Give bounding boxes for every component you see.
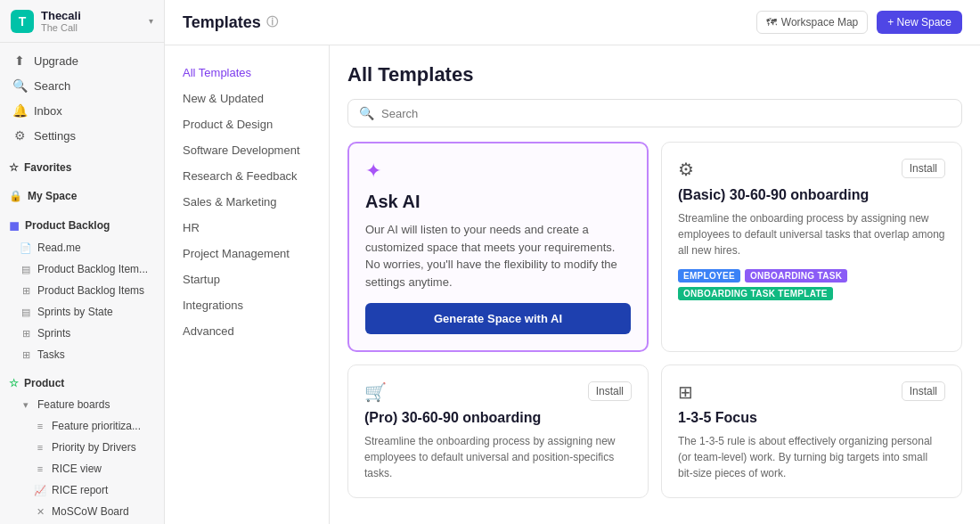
135-focus-description: The 1-3-5 rule is about effectively orga… <box>678 433 945 481</box>
new-space-label: + New Space <box>887 16 951 29</box>
card-top-pro: 🛒 Install <box>364 381 632 403</box>
search-bar-icon: 🔍 <box>359 106 374 120</box>
favorites-header[interactable]: ☆ Favorites <box>0 157 164 178</box>
tag-employee: EMPLOYEE <box>678 269 740 282</box>
rice-view-icon: ≡ <box>34 463 46 475</box>
sidebar-item-readme[interactable]: 📄 Read.me <box>0 237 164 258</box>
pro-onboarding-description: Streamline the onboarding process by ass… <box>364 433 632 481</box>
card-top-135: ⊞ Install <box>678 381 945 403</box>
sidebar-item-rice-report[interactable]: 📈 RICE report <box>0 479 164 501</box>
rice-view-label: RICE view <box>52 463 102 475</box>
category-research-feedback[interactable]: Research & Feedback <box>165 163 329 189</box>
sidebar-item-sprints[interactable]: ⊞ Sprints <box>0 323 164 344</box>
sidebar-item-pbi-items[interactable]: ⊞ Product Backlog Items <box>0 280 164 301</box>
basic-onboarding-description: Streamline the onboarding process by ass… <box>678 210 945 258</box>
search-input[interactable] <box>381 107 951 120</box>
moscow-board-icon: ✕ <box>34 505 46 518</box>
ai-template-card: ✦ Ask AI Our AI will listen to your need… <box>347 142 649 352</box>
sidebar-item-upgrade[interactable]: ⬆ Upgrade <box>0 48 164 73</box>
topbar: Templates ⓘ 🗺 Workspace Map + New Space <box>165 0 980 45</box>
org-name: Thecali <box>41 9 81 22</box>
sidebar-item-priority-drivers[interactable]: ≡ Priority by Drivers <box>0 437 164 458</box>
sidebar-item-sprints-state[interactable]: ▤ Sprints by State <box>0 301 164 323</box>
install-basic-onboarding-button[interactable]: Install <box>902 159 945 178</box>
product-section: ☆ Product ▾ Feature boards ≡ Feature pri… <box>0 369 164 524</box>
sprints-label: Sprints <box>37 327 70 340</box>
install-135-focus-button[interactable]: Install <box>902 381 945 401</box>
org-header[interactable]: T Thecali The Call ▾ <box>0 0 164 43</box>
sidebar-item-feature-boards[interactable]: ▾ Feature boards <box>0 394 164 415</box>
search-icon: 🔍 <box>12 78 27 93</box>
ai-sparkle-icon: ✦ <box>365 160 631 183</box>
workspace-map-label: Workspace Map <box>781 16 858 29</box>
org-logo: T <box>11 10 34 33</box>
feature-boards-label: Feature boards <box>37 398 110 411</box>
card-top: ⚙ Install <box>678 159 945 180</box>
topbar-actions: 🗺 Workspace Map + New Space <box>756 11 962 34</box>
pbi-item-icon: ▤ <box>20 263 32 275</box>
pro-onboarding-title: (Pro) 30-60-90 onboarding <box>364 410 632 426</box>
priority-drivers-label: Priority by Drivers <box>52 441 136 454</box>
main-area: Templates ⓘ 🗺 Workspace Map + New Space … <box>165 0 980 524</box>
pbi-items-icon: ⊞ <box>20 284 32 297</box>
template-card-135-focus: ⊞ Install 1-3-5 Focus The 1-3-5 rule is … <box>661 364 962 498</box>
sidebar-item-moscow-board[interactable]: ✕ MoSCoW Board <box>0 501 164 522</box>
category-project-mgmt[interactable]: Project Management <box>165 241 329 266</box>
workspace-map-button[interactable]: 🗺 Workspace Map <box>756 11 868 34</box>
sidebar-item-settings[interactable]: ⚙ Settings <box>0 123 164 148</box>
favorites-label: Favorites <box>24 161 71 174</box>
sidebar-item-inbox[interactable]: 🔔 Inbox <box>0 98 164 123</box>
tasks-icon: ⊞ <box>20 348 32 361</box>
sidebar-nav: ⬆ Upgrade 🔍 Search 🔔 Inbox ⚙ Settings <box>0 43 164 153</box>
sidebar-item-settings-label: Settings <box>34 129 76 143</box>
sprints-state-icon: ▤ <box>20 306 32 318</box>
title-info-icon: ⓘ <box>266 14 278 30</box>
sidebar-item-pbi-item[interactable]: ▤ Product Backlog Item... <box>0 258 164 280</box>
category-sales-marketing[interactable]: Sales & Marketing <box>165 189 329 215</box>
category-integrations[interactable]: Integrations <box>165 292 329 318</box>
category-software-dev[interactable]: Software Development <box>165 137 329 163</box>
moscow-board-label: MoSCoW Board <box>52 505 129 518</box>
favorites-section: ☆ Favorites <box>0 153 164 182</box>
org-info: Thecali The Call <box>41 9 81 33</box>
product-backlog-header[interactable]: ◼ Product Backlog <box>0 214 164 237</box>
rice-report-label: RICE report <box>52 484 108 496</box>
org-sub: The Call <box>41 22 81 33</box>
category-new-updated[interactable]: New & Updated <box>165 86 329 111</box>
category-advanced[interactable]: Advanced <box>165 318 329 344</box>
tasks-label: Tasks <box>37 348 65 361</box>
product-label: Product <box>24 377 64 389</box>
product-header[interactable]: ☆ Product <box>0 373 164 394</box>
sprints-state-label: Sprints by State <box>37 306 113 318</box>
generate-space-button[interactable]: Generate Space with AI <box>365 303 631 334</box>
workspace-map-icon: 🗺 <box>766 16 777 29</box>
new-space-button[interactable]: + New Space <box>877 11 962 34</box>
category-hr[interactable]: HR <box>165 215 329 241</box>
category-product-design[interactable]: Product & Design <box>165 111 329 137</box>
categories-panel: All Templates New & Updated Product & De… <box>165 45 330 524</box>
sidebar-item-inbox-label: Inbox <box>34 104 62 118</box>
ai-card-title: Ask AI <box>365 192 631 212</box>
my-space-header[interactable]: 🔒 My Space <box>0 185 164 207</box>
sidebar-item-feat-pri[interactable]: ≡ Feature prioritiza... <box>0 415 164 437</box>
templates-section-title: All Templates <box>347 63 962 86</box>
sidebar-item-search[interactable]: 🔍 Search <box>0 73 164 98</box>
basic-onboarding-title: (Basic) 30-60-90 onboarding <box>678 187 945 203</box>
sidebar-item-rice-view[interactable]: ≡ RICE view <box>0 458 164 479</box>
sidebar-item-search-label: Search <box>34 79 70 93</box>
sidebar-item-tasks[interactable]: ⊞ Tasks <box>0 344 164 365</box>
feat-pri-icon: ≡ <box>34 420 46 432</box>
category-startup[interactable]: Startup <box>165 266 329 292</box>
my-space-section: 🔒 My Space <box>0 182 164 210</box>
inbox-icon: 🔔 <box>12 103 27 118</box>
product-backlog-icon: ◼ <box>9 218 20 233</box>
sidebar-item-upgrade-label: Upgrade <box>34 54 78 68</box>
pbi-item-label: Product Backlog Item... <box>37 263 148 275</box>
feat-pri-label: Feature prioritiza... <box>52 420 141 432</box>
pro-onboarding-icon: 🛒 <box>364 381 387 403</box>
search-bar[interactable]: 🔍 <box>347 99 962 127</box>
template-card-basic-onboarding: ⚙ Install (Basic) 30-60-90 onboarding St… <box>661 142 962 352</box>
category-all[interactable]: All Templates <box>165 60 329 86</box>
ai-card-description: Our AI will listen to your needs and cre… <box>365 221 631 291</box>
install-pro-onboarding-button[interactable]: Install <box>588 381 632 401</box>
